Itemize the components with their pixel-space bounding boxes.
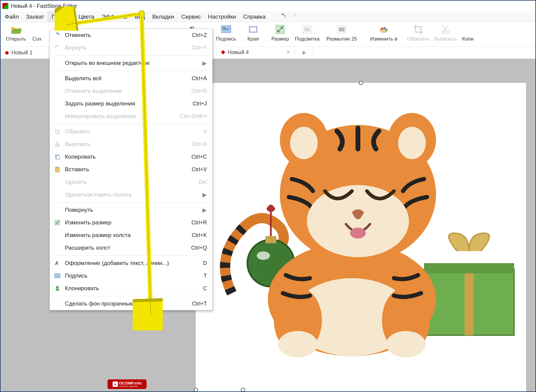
palette-icon: [378, 23, 390, 35]
menu-delete-insert-strip[interactable]: Удалить/вставить полосу▶: [50, 188, 212, 201]
menu-select-all[interactable]: Выделить всёCtrl+A: [50, 72, 212, 85]
tab-label: Новый 1: [11, 50, 33, 56]
menu-clone[interactable]: КлонироватьC: [50, 282, 212, 295]
svg-rect-43: [56, 156, 60, 160]
submenu-arrow-icon: ▶: [202, 207, 207, 214]
svg-point-15: [385, 29, 387, 31]
modified-dot-icon: [5, 50, 9, 55]
menu-tabs[interactable]: Вкладки: [149, 11, 178, 22]
tb-save[interactable]: Сох: [29, 23, 44, 46]
menu-view[interactable]: Вид: [131, 11, 149, 22]
menu-rotate[interactable]: Повернуть▶: [50, 204, 212, 216]
app-icon: [2, 3, 8, 9]
menu-edit[interactable]: Правка: [48, 11, 75, 22]
menu-capture[interactable]: Захват: [23, 11, 48, 22]
watermark-badge: + OCOMP.info вопросы админу: [108, 379, 147, 389]
menu-service[interactable]: Сервис: [178, 11, 204, 22]
menu-bar: Файл Захват Правка Цвета Эффекты Вид Вкл…: [1, 11, 535, 22]
tb-caption[interactable]: Подпись: [213, 23, 240, 46]
cut-icon: [53, 140, 61, 148]
window-title: Новый 4 - FastStone Editor: [11, 3, 77, 9]
undo-icon[interactable]: [280, 13, 286, 20]
tab-1[interactable]: Новый 1: [1, 47, 49, 59]
svg-rect-25: [465, 269, 474, 335]
tab-label: Новый 4: [228, 49, 249, 56]
tb-edges[interactable]: Края: [240, 23, 267, 46]
resize-icon: [53, 219, 61, 226]
svg-rect-45: [56, 167, 58, 168]
menu-undo[interactable]: Отменить Ctrl+Z: [50, 29, 212, 41]
tb-blur[interactable]: Размытие 25: [321, 23, 363, 46]
text-style-icon: A: [53, 259, 61, 267]
svg-rect-50: [56, 289, 59, 291]
tb-crop[interactable]: Обрезать: [405, 23, 432, 46]
redo-icon[interactable]: [292, 13, 299, 20]
svg-point-39: [350, 228, 366, 239]
svg-point-13: [381, 28, 383, 30]
tb-highlight[interactable]: Подсветка: [294, 23, 321, 46]
tb-size[interactable]: Размер: [267, 23, 294, 46]
folder-open-icon: [10, 23, 22, 35]
copy-icon: [462, 23, 474, 35]
paste-icon: [53, 166, 61, 173]
redo-icon: [53, 44, 61, 52]
menu-help[interactable]: Справка: [240, 11, 269, 22]
caption-icon: [53, 272, 61, 280]
svg-rect-48: [55, 274, 60, 278]
image-canvas[interactable]: [196, 83, 526, 391]
menu-settings[interactable]: Настройки: [204, 11, 240, 22]
tb-copy[interactable]: Копи: [459, 23, 477, 46]
undo-icon: [53, 31, 61, 39]
menu-deselect[interactable]: Отменить выделениеCtrl+D: [50, 85, 212, 97]
svg-rect-22: [265, 236, 276, 243]
close-icon[interactable]: ×: [286, 49, 290, 56]
menu-canvas-size[interactable]: Изменить размер холстаCtrl+K: [50, 229, 212, 242]
modified-dot-icon: [221, 50, 225, 54]
menu-effects[interactable]: Эффекты: [98, 11, 131, 22]
watermark-subtext: вопросы админу: [119, 385, 142, 387]
tiger-image: [196, 83, 526, 391]
menu-design[interactable]: AОформление (добавить текст, линии...)D: [50, 257, 212, 269]
resize-icon: [274, 23, 286, 35]
menu-resize[interactable]: Изменить размерCtrl+R: [50, 216, 212, 229]
selection-handle[interactable]: [241, 388, 245, 391]
selection-handle[interactable]: [359, 81, 363, 85]
blur-icon: [336, 23, 348, 35]
menu-delete[interactable]: УдалитьDel: [50, 176, 212, 188]
svg-point-21: [257, 251, 270, 260]
menu-open-external[interactable]: Открыть во внешнем редакторе ▶: [50, 57, 212, 69]
menu-invert-sel[interactable]: Инвертировать выделениеCtrl+Shift+I: [50, 110, 212, 123]
svg-rect-3: [223, 29, 229, 29]
save-icon: [31, 23, 43, 35]
menu-copy[interactable]: КопироватьCtrl+C: [50, 150, 212, 163]
selection-handle[interactable]: [194, 388, 198, 391]
tb-edit-in[interactable]: Изменить в: [363, 23, 405, 46]
tab-2[interactable]: Новый 4 ×: [217, 47, 295, 59]
menu-caption[interactable]: ПодписьT: [50, 269, 212, 282]
menu-paste[interactable]: ВставитьCtrl+V: [50, 163, 212, 176]
svg-rect-44: [55, 167, 59, 172]
crop-icon: [53, 128, 61, 135]
menu-cut[interactable]: ВырезатьCtrl+X: [50, 138, 212, 150]
menu-set-sel-size[interactable]: Задать размер выделенияCtrl+J: [50, 97, 212, 110]
tb-cut[interactable]: Вырезать: [432, 23, 459, 46]
svg-point-30: [278, 331, 318, 357]
svg-rect-26: [424, 263, 514, 273]
menu-make-bg-transparent[interactable]: Сделать фон прозрачнымCtrl+T: [50, 297, 212, 310]
menu-file[interactable]: Файл: [1, 11, 23, 22]
new-tab-button[interactable]: +: [295, 47, 313, 59]
menu-crop[interactable]: ОбрезатьX: [50, 125, 212, 138]
menu-colors[interactable]: Цвета: [75, 11, 98, 22]
submenu-arrow-icon: ▶: [202, 191, 207, 198]
svg-point-49: [56, 286, 59, 289]
svg-rect-5: [250, 27, 256, 32]
title-bar: Новый 4 - FastStone Editor: [1, 1, 535, 11]
svg-point-17: [446, 31, 449, 34]
tb-open[interactable]: Открыть: [2, 23, 29, 46]
menu-redo[interactable]: Вернуть Ctrl+Y: [50, 41, 212, 54]
caption-icon: [220, 23, 232, 35]
edit-dropdown-menu: Отменить Ctrl+Z Вернуть Ctrl+Y Открыть в…: [50, 29, 213, 310]
svg-point-16: [442, 31, 445, 34]
plus-icon: +: [113, 381, 118, 387]
menu-expand-canvas[interactable]: Расширить холстCtrl+Q: [50, 242, 212, 254]
